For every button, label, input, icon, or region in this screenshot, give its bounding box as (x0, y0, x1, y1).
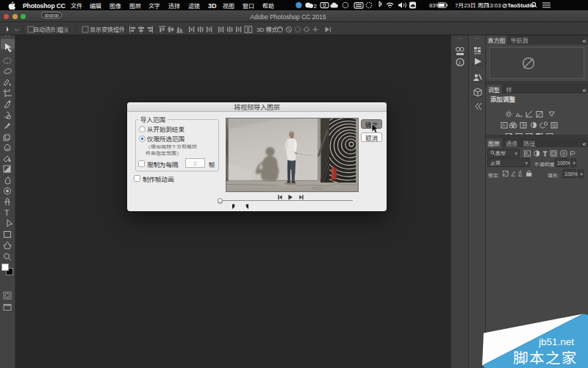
svg-text:自动选择:: 自动选择: (33, 25, 58, 33)
svg-text:显示变换控件: 显示变换控件 (90, 25, 125, 33)
svg-text:脚本之家: 脚本之家 (513, 346, 578, 368)
svg-text:3D 模式:: 3D 模式: (257, 25, 279, 33)
svg-text:2: 2 (314, 1, 318, 10)
svg-text:13:03: 13:03 (487, 1, 501, 9)
svg-text:7月23日 周四: 7月23日 周四 (455, 1, 490, 9)
svg-text:T: T (543, 149, 547, 158)
svg-text:组: 组 (57, 25, 63, 33)
svg-text:@TaoStudio: @TaoStudio (502, 1, 534, 9)
